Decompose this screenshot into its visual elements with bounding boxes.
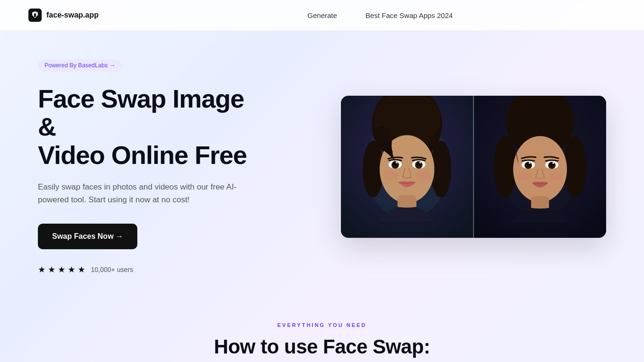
swap-faces-button[interactable]: Swap Faces Now → <box>38 224 137 249</box>
svg-point-36 <box>549 172 563 181</box>
star-rating: ★ ★ ★ ★ ★ <box>38 264 85 275</box>
logo[interactable]: face-swap.app <box>28 9 98 22</box>
powered-badge[interactable]: Powered By BasedLabs → <box>38 59 122 72</box>
section-title: How to use Face Swap: <box>38 335 606 358</box>
face-swap-preview <box>341 96 606 238</box>
svg-point-35 <box>517 172 531 181</box>
svg-point-23 <box>494 136 517 198</box>
svg-point-17 <box>419 162 421 163</box>
face-panel-left <box>341 96 473 238</box>
svg-point-25 <box>513 136 567 202</box>
logo-text: face-swap.app <box>46 11 98 19</box>
hero-right <box>284 96 606 238</box>
hero-subtitle: Easily swap faces in photos and videos w… <box>38 181 246 206</box>
how-to-section: EVERYTHING YOU NEED How to use Face Swap… <box>0 294 644 362</box>
svg-point-34 <box>552 162 554 164</box>
hero-section: Powered By BasedLabs → Face Swap Image &… <box>0 31 644 294</box>
face-panel-right <box>473 96 606 238</box>
hero-left: Powered By BasedLabs → Face Swap Image &… <box>38 59 284 275</box>
svg-point-18 <box>383 171 398 180</box>
nav-links: Generate Best Face Swap Apps 2024 <box>307 11 453 19</box>
hero-title: Face Swap Image & Video Online Free <box>38 85 265 169</box>
svg-point-24 <box>564 136 586 198</box>
logo-icon <box>28 9 42 22</box>
social-proof: ★ ★ ★ ★ ★ 10,000+ users <box>38 264 265 275</box>
nav-link-generate[interactable]: Generate <box>307 11 337 19</box>
nav-link-best-apps[interactable]: Best Face Swap Apps 2024 <box>366 11 453 19</box>
svg-rect-1 <box>34 13 36 17</box>
svg-point-19 <box>416 171 431 180</box>
user-count: 10,000+ users <box>91 266 133 273</box>
svg-point-33 <box>529 162 531 164</box>
svg-point-16 <box>396 162 398 163</box>
section-label: EVERYTHING YOU NEED <box>38 322 606 328</box>
navbar: face-swap.app Generate Best Face Swap Ap… <box>0 0 644 31</box>
